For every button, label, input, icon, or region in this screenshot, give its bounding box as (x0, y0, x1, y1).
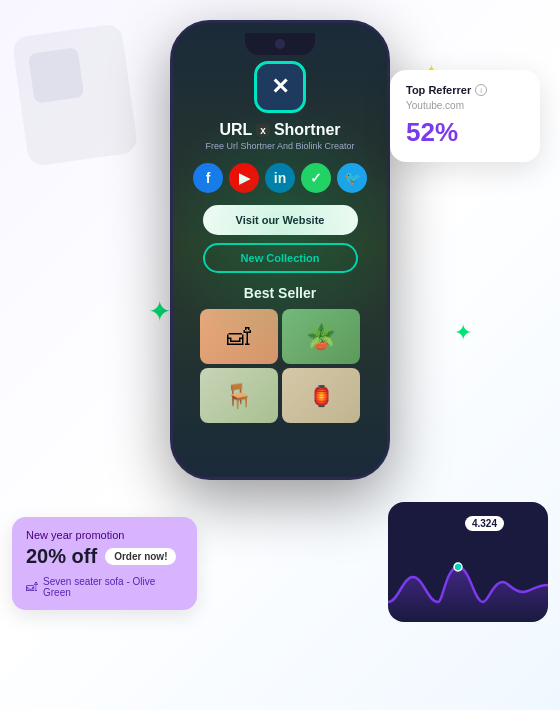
chart-card: 4.324 (388, 502, 548, 622)
order-now-button[interactable]: Order now! (105, 548, 176, 565)
sofa-icon: 🛋 (26, 580, 38, 594)
product-image-3[interactable] (200, 368, 278, 423)
app-name-suffix: Shortner (274, 121, 341, 139)
new-collection-button[interactable]: New Collection (203, 243, 358, 273)
linkedin-icon[interactable]: in (265, 163, 295, 193)
referrer-site: Youtube.com (406, 100, 524, 111)
product-image-4[interactable] (282, 368, 360, 423)
scene: ✦ ✦ ✦ Top Referrer i Youtube.com 52% URL… (0, 0, 560, 710)
promo-product-name: Seven seater sofa - Olive Green (43, 576, 183, 598)
product-image-2[interactable] (282, 309, 360, 364)
promo-product-row: 🛋 Seven seater sofa - Olive Green (26, 576, 183, 598)
app-name-row: URL x Shortner (219, 121, 340, 139)
referrer-percent: 52% (406, 117, 524, 148)
product-grid (200, 309, 360, 423)
facebook-icon[interactable]: f (193, 163, 223, 193)
phone-screen: URL x Shortner Free Url Shortner And Bio… (173, 23, 387, 477)
chart-value: 4.324 (465, 516, 504, 531)
deco-card (11, 23, 138, 167)
social-icons-row: f ▶ in ✓ 🐦 (193, 163, 367, 193)
whatsapp-icon[interactable]: ✓ (301, 163, 331, 193)
referrer-card: Top Referrer i Youtube.com 52% (390, 70, 540, 162)
referrer-title-row: Top Referrer i (406, 84, 524, 96)
promo-row: 20% off Order now! (26, 545, 183, 568)
sparkle-icon: ✦ (148, 295, 171, 328)
sparkle-icon-2: ✦ (454, 320, 472, 346)
visit-website-button[interactable]: Visit our Website (203, 205, 358, 235)
promo-card: New year promotion 20% off Order now! 🛋 … (12, 517, 197, 610)
promo-title: New year promotion (26, 529, 183, 541)
app-subtitle: Free Url Shortner And Biolink Creator (205, 141, 354, 151)
youtube-icon[interactable]: ▶ (229, 163, 259, 193)
phone-mockup: URL x Shortner Free Url Shortner And Bio… (170, 20, 390, 480)
svg-point-0 (454, 563, 462, 571)
app-logo (254, 61, 306, 113)
promo-discount: 20% off (26, 545, 97, 568)
phone-notch (245, 33, 315, 55)
product-image-1[interactable] (200, 309, 278, 364)
app-name-badge: x (256, 124, 270, 137)
app-name-text: URL (219, 121, 252, 139)
analytics-chart (388, 547, 548, 622)
info-icon: i (475, 84, 487, 96)
referrer-title: Top Referrer (406, 84, 471, 96)
best-seller-title: Best Seller (244, 285, 316, 301)
twitter-icon[interactable]: 🐦 (337, 163, 367, 193)
